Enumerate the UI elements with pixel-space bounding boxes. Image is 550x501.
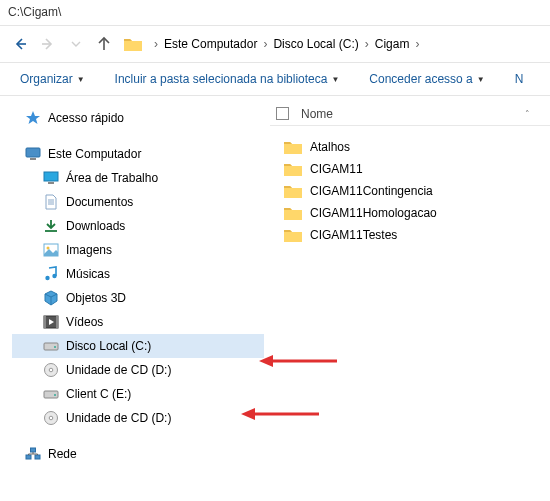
drive-icon <box>42 386 60 402</box>
folder-row[interactable]: CIGAM11Homologacao <box>280 202 550 224</box>
images-icon <box>42 242 60 258</box>
sidebar-item-drive-c[interactable]: Disco Local (C:) <box>12 334 264 358</box>
navbar: › Este Computador › Disco Local (C:) › C… <box>0 26 550 62</box>
sidebar-item-images[interactable]: Imagens <box>12 238 264 262</box>
sidebar-item-label: Imagens <box>66 243 112 257</box>
arrow-right-icon <box>40 36 56 52</box>
recent-dropdown[interactable] <box>64 32 88 56</box>
sidebar-item-label: Unidade de CD (D:) <box>66 363 171 377</box>
svg-rect-3 <box>48 182 54 184</box>
drive-icon <box>42 338 60 354</box>
sidebar-item-label: Vídeos <box>66 315 103 329</box>
sidebar-item-videos[interactable]: Vídeos <box>12 310 264 334</box>
titlebar: C:\Cigam\ <box>0 0 550 26</box>
toolbar: Organizar ▼ Incluir a pasta selecionada … <box>0 62 550 96</box>
folder-row[interactable]: Atalhos <box>280 136 550 158</box>
sidebar-item-label: Disco Local (C:) <box>66 339 151 353</box>
sidebar-item-documents[interactable]: Documentos <box>12 190 264 214</box>
this-pc-label: Este Computador <box>48 147 141 161</box>
arrow-up-icon <box>96 36 112 52</box>
include-library-menu[interactable]: Incluir a pasta selecionada na bibliotec… <box>109 68 346 90</box>
svg-point-6 <box>45 276 49 280</box>
file-list: Atalhos CIGAM11 CIGAM11Contingencia CIGA… <box>270 126 550 246</box>
this-pc[interactable]: Este Computador <box>12 142 264 166</box>
sidebar-item-desktop[interactable]: Área de Trabalho <box>12 166 264 190</box>
arrow-left-icon <box>12 36 28 52</box>
sidebar-item-cd-d[interactable]: Unidade de CD (D:) <box>12 358 264 382</box>
chevron-right-icon: › <box>261 37 269 51</box>
file-name: CIGAM11Contingencia <box>310 184 433 198</box>
svg-point-14 <box>49 368 53 372</box>
column-name-label: Nome <box>301 107 333 121</box>
network-label: Rede <box>48 447 77 461</box>
file-name: CIGAM11Testes <box>310 228 397 242</box>
folder-icon <box>284 139 302 155</box>
chevron-down-icon: ▼ <box>331 75 339 84</box>
forward-button[interactable] <box>36 32 60 56</box>
select-all-checkbox[interactable] <box>276 107 289 120</box>
back-button[interactable] <box>8 32 32 56</box>
chevron-down-icon: ▼ <box>77 75 85 84</box>
cd-icon <box>42 410 60 426</box>
quick-access-label: Acesso rápido <box>48 111 124 125</box>
folder-row[interactable]: CIGAM11Testes <box>280 224 550 246</box>
svg-rect-2 <box>44 172 58 181</box>
file-name: Atalhos <box>310 140 350 154</box>
file-name: CIGAM11Homologacao <box>310 206 437 220</box>
up-button[interactable] <box>92 32 116 56</box>
folder-icon <box>284 227 302 243</box>
svg-rect-11 <box>44 343 58 350</box>
content-area: Acesso rápido Este Computador Área de Tr… <box>0 96 550 501</box>
column-header: Nome ˄ <box>270 102 550 126</box>
column-name[interactable]: Nome ˄ <box>301 107 550 121</box>
sidebar-item-label: Documentos <box>66 195 133 209</box>
folder-icon <box>284 161 302 177</box>
svg-point-12 <box>54 346 56 348</box>
svg-rect-21 <box>31 448 36 452</box>
sort-asc-icon: ˄ <box>525 109 530 119</box>
grant-access-menu[interactable]: Conceder acesso a ▼ <box>363 68 490 90</box>
crumb-folder[interactable]: Cigam <box>371 35 414 53</box>
organize-menu[interactable]: Organizar ▼ <box>14 68 91 90</box>
sidebar-item-label: Downloads <box>66 219 125 233</box>
folder-icon <box>284 183 302 199</box>
svg-rect-15 <box>44 391 58 398</box>
documents-icon <box>42 194 60 210</box>
svg-point-7 <box>52 274 56 278</box>
sidebar-item-cd-d2[interactable]: Unidade de CD (D:) <box>12 406 264 430</box>
svg-point-16 <box>54 394 56 396</box>
new-label: N <box>515 72 524 86</box>
star-icon <box>24 110 42 126</box>
chevron-right-icon: › <box>363 37 371 51</box>
window-title: C:\Cigam\ <box>8 5 61 19</box>
videos-icon <box>42 314 60 330</box>
grant-label: Conceder acesso a <box>369 72 472 86</box>
folder-icon <box>124 37 142 51</box>
sidebar-item-downloads[interactable]: Downloads <box>12 214 264 238</box>
sidebar-item-music[interactable]: Músicas <box>12 262 264 286</box>
network[interactable]: Rede <box>12 442 264 466</box>
crumb-drive[interactable]: Disco Local (C:) <box>269 35 362 53</box>
sidebar-item-label: Área de Trabalho <box>66 171 158 185</box>
folder-row[interactable]: CIGAM11 <box>280 158 550 180</box>
sidebar-item-label: Objetos 3D <box>66 291 126 305</box>
chevron-right-icon: › <box>152 37 160 51</box>
nav-tree: Acesso rápido Este Computador Área de Tr… <box>0 96 270 501</box>
sidebar-item-3d[interactable]: Objetos 3D <box>12 286 264 310</box>
sidebar-item-label: Client C (E:) <box>66 387 131 401</box>
svg-rect-10 <box>56 316 58 328</box>
chevron-down-icon: ▼ <box>477 75 485 84</box>
network-icon <box>24 446 42 462</box>
quick-access[interactable]: Acesso rápido <box>12 106 264 130</box>
new-menu[interactable]: N <box>509 68 530 90</box>
svg-rect-19 <box>26 455 31 459</box>
sidebar-item-drive-e[interactable]: Client C (E:) <box>12 382 264 406</box>
music-icon <box>42 266 60 282</box>
breadcrumb[interactable]: › Este Computador › Disco Local (C:) › C… <box>148 32 542 56</box>
folder-row[interactable]: CIGAM11Contingencia <box>280 180 550 202</box>
svg-rect-20 <box>35 455 40 459</box>
svg-rect-1 <box>30 158 36 160</box>
chevron-right-icon: › <box>413 37 421 51</box>
sidebar-item-label: Unidade de CD (D:) <box>66 411 171 425</box>
crumb-computer[interactable]: Este Computador <box>160 35 261 53</box>
